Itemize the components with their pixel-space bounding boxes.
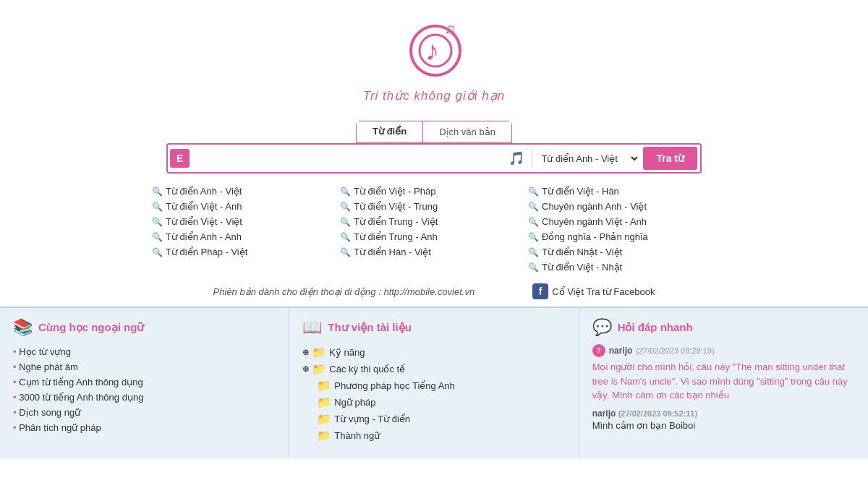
footer-bar: Phiên bản dành cho điện thoại di động : … [80, 283, 788, 307]
dict-link-viet-nhat[interactable]: 🔍 Từ điển Việt - Nhật [528, 261, 716, 273]
search-icon-6: 🔍 [528, 202, 539, 212]
folder-icon: 📁 [317, 412, 331, 426]
tabs-area: Từ điển Dịch văn bản [80, 121, 788, 143]
search-icon-7: 🔍 [152, 217, 163, 227]
library-icon: 📖 [302, 318, 322, 337]
dict-link-viet-trung[interactable]: 🔍 Từ điển Việt - Trung [340, 200, 528, 213]
dict-link-phap-viet[interactable]: 🔍 Từ điển Pháp - Việt [152, 246, 340, 258]
tab-translate[interactable]: Dịch văn bản [423, 121, 511, 142]
search-icon-14: 🔍 [340, 247, 351, 257]
qa-reply-time: (27/02/2023 09:52:11) [618, 409, 697, 418]
lib-item[interactable]: 📁 Phương pháp học Tiếng Anh [302, 377, 565, 394]
folder-icon: 📁 [317, 429, 331, 442]
mobile-link: Phiên bản dành cho điện thoại di động : … [213, 286, 475, 297]
section-language-learning: 📚 Cùng học ngoại ngữ Học từ vựng Nghe ph… [0, 308, 289, 458]
expand-icon: ⊕ [302, 364, 309, 374]
section-library: 📖 Thư viện tài liệu ⊕ 📁 Kỹ năng ⊕ 📁 Các … [289, 308, 579, 458]
dict-link-trung-viet[interactable]: 🔍 Từ điển Trung - Việt [340, 215, 528, 228]
expand-icon: ⊕ [302, 348, 309, 357]
list-item[interactable]: Phân tích ngữ pháp [13, 420, 276, 435]
search-button[interactable]: Tra từ [643, 147, 697, 170]
search-icon-2: 🔍 [340, 187, 351, 197]
dict-link-viet-phap[interactable]: 🔍 Từ điển Việt - Pháp [340, 185, 528, 197]
dict-select[interactable]: Từ điển Anh - Việt Từ điển Việt - Anh Từ… [535, 148, 640, 169]
search-e-badge: E [170, 149, 190, 168]
dict-links-area: 🔍 Từ điển Anh - Việt 🔍 Từ điển Việt - Ph… [80, 185, 788, 273]
search-icon-15: 🔍 [528, 247, 539, 257]
section-qa: 💬 Hỏi đáp nhanh ? narijo (27/02/2023 09:… [579, 308, 868, 458]
qa-title-label: Hỏi đáp nhanh [618, 321, 693, 334]
search-icon-3: 🔍 [528, 187, 539, 197]
dict-link-anh-viet[interactable]: 🔍 Từ điển Anh - Việt [152, 185, 340, 197]
dict-links-grid: 🔍 Từ điển Anh - Việt 🔍 Từ điển Việt - Ph… [152, 185, 716, 273]
tab-dictionary[interactable]: Từ điển [357, 121, 422, 142]
logo-icon: ♪ ♫ [398, 13, 470, 85]
search-icon-11: 🔍 [340, 232, 351, 242]
list-item[interactable]: Học từ vựng [13, 344, 276, 359]
dict-link-cn-anh-viet[interactable]: 🔍 Chuyên ngành Anh - Việt [528, 200, 716, 213]
search-divider [532, 149, 532, 168]
mic-icon[interactable]: 🎵 [504, 150, 529, 166]
tab-container: Từ điển Dịch văn bản [356, 121, 512, 143]
qa-reply-text: Mình cảm ơn bạn Boiboi [592, 420, 855, 431]
lib-item[interactable]: ⊕ 📁 Kỹ năng [302, 344, 565, 361]
search-icon-12: 🔍 [528, 232, 539, 242]
qa-content: ? narijo (27/02/2023 09:28:19) Mọi người… [592, 344, 855, 431]
lib-section-title: 📖 Thư viện tài liệu [302, 318, 565, 337]
facebook-label: Cổ Việt Tra từ Facebook [552, 286, 655, 297]
facebook-link[interactable]: f Cổ Việt Tra từ Facebook [532, 283, 655, 299]
qa-section-title: 💬 Hỏi đáp nhanh [592, 318, 855, 337]
dict-link-dong-nghia[interactable]: 🔍 Đồng nghĩa - Phản nghĩa [528, 231, 716, 243]
search-icon-10: 🔍 [152, 232, 163, 242]
search-icon-1: 🔍 [152, 187, 163, 197]
dict-link-trung-anh[interactable]: 🔍 Từ điển Trung - Anh [340, 231, 528, 243]
avatar: ? [592, 344, 605, 357]
lang-list: Học từ vựng Nghe phát âm Cụm từ tiếng An… [13, 344, 276, 435]
lib-item[interactable]: ⊕ 📁 Các kỳ thi quốc tế [302, 361, 565, 377]
dict-link-viet-han[interactable]: 🔍 Từ điển Việt - Hàn [528, 185, 716, 197]
bottom-sections: 📚 Cùng học ngoại ngữ Học từ vựng Nghe ph… [0, 307, 868, 458]
tagline: Tri thức không giới hạn [363, 88, 505, 103]
qa-user-row: ? narijo (27/02/2023 09:28:19) [592, 344, 855, 357]
qa-username: narijo [609, 346, 633, 356]
folder-icon: 📁 [312, 346, 326, 359]
list-item[interactable]: Cụm từ tiếng Anh thông dụng [13, 374, 276, 390]
qa-reply-username: narijo (27/02/2023 09:52:11) [592, 408, 855, 419]
lang-title-label: Cùng học ngoại ngữ [38, 321, 144, 334]
dict-link-han-viet[interactable]: 🔍 Từ điển Hàn - Việt [340, 246, 528, 258]
svg-text:♫: ♫ [444, 20, 456, 38]
facebook-icon: f [532, 283, 548, 299]
lib-tree: ⊕ 📁 Kỹ năng ⊕ 📁 Các kỳ thi quốc tế 📁 Phư… [302, 344, 565, 444]
search-icon-4: 🔍 [152, 202, 163, 212]
folder-icon: 📁 [317, 395, 331, 409]
logo-area: ♪ ♫ Tri thức không giới hạn [363, 13, 505, 103]
header: ♪ ♫ Tri thức không giới hạn [0, 0, 868, 111]
lib-title-label: Thư viện tài liệu [328, 321, 412, 334]
svg-text:♪: ♪ [425, 35, 439, 66]
search-input[interactable] [190, 148, 504, 168]
lib-item[interactable]: 📁 Ngữ pháp [302, 394, 565, 411]
search-icon-16: 🔍 [528, 262, 539, 273]
dict-link-cn-viet-anh[interactable]: 🔍 Chuyên ngành Việt - Anh [528, 215, 716, 228]
dict-link-viet-anh[interactable]: 🔍 Từ điển Việt - Anh [152, 200, 340, 213]
dict-link-viet-viet[interactable]: 🔍 Từ điển Việt - Việt [152, 215, 340, 228]
search-icon-13: 🔍 [152, 247, 163, 257]
list-item[interactable]: 3000 từ tiếng Anh thông dụng [13, 390, 276, 405]
books-icon: 📚 [13, 318, 33, 337]
search-box: E 🎵 Từ điển Anh - Việt Từ điển Việt - An… [166, 143, 702, 174]
dict-link-anh-anh[interactable]: 🔍 Từ điển Anh - Anh [152, 231, 340, 243]
folder-icon: 📁 [312, 362, 326, 376]
lang-section-title: 📚 Cùng học ngoại ngữ [13, 318, 276, 337]
search-icon-9: 🔍 [528, 217, 539, 227]
dict-link-nhat-viet[interactable]: 🔍 Từ điển Nhật - Việt [528, 246, 716, 258]
lib-item[interactable]: 📁 Thành ngữ [302, 427, 565, 444]
search-icon-5: 🔍 [340, 202, 351, 212]
search-icon-8: 🔍 [340, 217, 351, 227]
lib-item[interactable]: 📁 Từ vựng - Từ điển [302, 411, 565, 427]
list-item[interactable]: Nghe phát âm [13, 359, 276, 374]
search-area: E 🎵 Từ điển Anh - Việt Từ điển Việt - An… [80, 143, 788, 174]
qa-time: (27/02/2023 09:28:19) [636, 346, 714, 355]
folder-icon: 📁 [317, 379, 331, 393]
list-item[interactable]: Dịch song ngữ [13, 405, 276, 420]
qa-question-text: Mọi người cho mình hỏi, câu này "The man… [592, 360, 855, 403]
